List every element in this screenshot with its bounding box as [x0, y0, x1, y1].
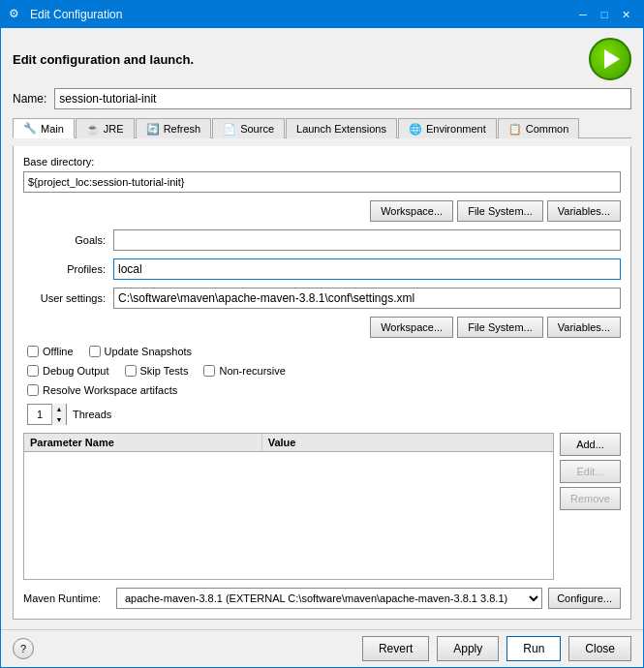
jre-tab-label: JRE	[104, 123, 124, 135]
launch-extensions-tab-label: Launch Extensions	[296, 123, 386, 135]
name-label: Name:	[13, 92, 46, 106]
non-recursive-checkbox[interactable]	[203, 365, 215, 377]
checkboxes-row-2: Debug Output Skip Tests Non-recursive	[23, 365, 621, 377]
debug-output-checkbox-item: Debug Output	[27, 365, 109, 377]
refresh-tab-icon: 🔄	[146, 123, 160, 136]
base-dir-input[interactable]	[23, 171, 621, 193]
debug-output-checkbox[interactable]	[27, 365, 39, 377]
workspace-button-2[interactable]: Workspace...	[370, 317, 453, 338]
header-row: Edit configuration and launch.	[13, 38, 631, 80]
maximize-button[interactable]: □	[595, 5, 614, 24]
title-bar-controls: ─ □ ✕	[573, 5, 635, 24]
header-title: Edit configuration and launch.	[13, 52, 194, 67]
non-recursive-label: Non-recursive	[219, 365, 285, 377]
user-settings-buttons: Workspace... File System... Variables...	[23, 317, 621, 338]
maven-runtime-label: Maven Runtime:	[23, 592, 110, 604]
main-panel: Base directory: Workspace... File System…	[13, 146, 631, 620]
variables-button-2[interactable]: Variables...	[547, 317, 621, 338]
workspace-button-1[interactable]: Workspace...	[370, 200, 453, 222]
name-input[interactable]	[54, 88, 631, 109]
filesystem-button-1[interactable]: File System...	[457, 200, 543, 222]
table-side-buttons: Add... Edit... Remove	[560, 433, 621, 580]
run-button[interactable]: Run	[506, 636, 561, 661]
common-tab-label: Common	[526, 123, 569, 135]
variables-button-1[interactable]: Variables...	[547, 200, 621, 222]
offline-label: Offline	[43, 346, 74, 357]
environment-tab-label: Environment	[426, 123, 486, 135]
parameter-table: Parameter Name Value	[23, 433, 554, 580]
table-header: Parameter Name Value	[24, 434, 553, 452]
debug-output-label: Debug Output	[43, 365, 109, 377]
skip-tests-checkbox[interactable]	[125, 365, 137, 377]
param-value-header: Value	[262, 434, 553, 451]
update-snapshots-label: Update Snapshots	[105, 346, 193, 357]
profiles-input[interactable]	[113, 258, 621, 280]
base-dir-label: Base directory:	[23, 156, 621, 167]
spinner-down-arrow[interactable]: ▼	[52, 414, 66, 425]
source-tab-label: Source	[240, 123, 274, 135]
apply-button[interactable]: Apply	[437, 636, 499, 661]
minimize-button[interactable]: ─	[573, 5, 593, 24]
offline-checkbox[interactable]	[27, 346, 39, 357]
spinner-up-arrow[interactable]: ▲	[52, 404, 66, 414]
tab-refresh[interactable]: 🔄 Refresh	[136, 118, 212, 138]
bottom-bar: ? Revert Apply Run Close	[1, 629, 643, 667]
jre-tab-icon: ☕	[86, 123, 100, 136]
non-recursive-checkbox-item: Non-recursive	[203, 365, 285, 377]
tab-jre[interactable]: ☕ JRE	[76, 118, 135, 138]
base-dir-field: Base directory:	[23, 156, 621, 193]
goals-input[interactable]	[113, 229, 621, 251]
configure-button[interactable]: Configure...	[548, 588, 621, 609]
remove-button[interactable]: Remove	[560, 487, 621, 510]
user-settings-label: User settings:	[23, 292, 106, 304]
skip-tests-checkbox-item: Skip Tests	[125, 365, 189, 377]
window: ⚙ Edit Configuration ─ □ ✕ Edit configur…	[0, 0, 644, 668]
help-button[interactable]: ?	[13, 638, 34, 659]
spinner-arrows: ▲ ▼	[51, 404, 66, 425]
threads-spinner: ▲ ▼	[27, 404, 67, 425]
name-row: Name:	[13, 88, 631, 109]
table-area: Parameter Name Value Add... Edit... Remo…	[23, 433, 621, 580]
filesystem-button-2[interactable]: File System...	[457, 317, 543, 338]
refresh-tab-label: Refresh	[164, 123, 201, 135]
goals-label: Goals:	[23, 234, 106, 246]
revert-button[interactable]: Revert	[362, 636, 429, 661]
checkboxes-row-1: Offline Update Snapshots	[23, 346, 621, 357]
window-icon: ⚙	[9, 7, 24, 22]
tab-main[interactable]: 🔧 Main	[13, 118, 75, 138]
tab-environment[interactable]: 🌐 Environment	[398, 118, 497, 138]
user-settings-input[interactable]	[113, 288, 621, 309]
table-body[interactable]	[24, 452, 553, 579]
skip-tests-label: Skip Tests	[140, 365, 189, 377]
source-tab-icon: 📄	[223, 123, 236, 136]
play-icon	[604, 49, 620, 69]
maven-runtime-select[interactable]: apache-maven-3.8.1 (EXTERNAL C:\software…	[116, 588, 542, 609]
environment-tab-icon: 🌐	[409, 123, 422, 136]
base-dir-buttons: Workspace... File System... Variables...	[23, 200, 621, 222]
tab-source[interactable]: 📄 Source	[212, 118, 285, 138]
resolve-workspace-checkbox[interactable]	[27, 384, 39, 396]
profiles-row: Profiles:	[23, 258, 621, 280]
resolve-workspace-label: Resolve Workspace artifacts	[43, 384, 177, 396]
tab-bar: 🔧 Main ☕ JRE 🔄 Refresh 📄 Source Launch E…	[13, 117, 631, 138]
title-bar: ⚙ Edit Configuration ─ □ ✕	[1, 1, 643, 28]
run-header-button[interactable]	[589, 38, 631, 80]
close-button[interactable]: ✕	[616, 5, 635, 24]
close-button-bottom[interactable]: Close	[568, 636, 631, 661]
update-snapshots-checkbox-item: Update Snapshots	[89, 346, 193, 357]
param-name-header: Parameter Name	[24, 434, 262, 451]
threads-input[interactable]	[28, 405, 51, 424]
user-settings-row: User settings:	[23, 288, 621, 309]
common-tab-icon: 📋	[508, 123, 522, 136]
window-title: Edit Configuration	[30, 8, 567, 21]
main-tab-icon: 🔧	[23, 122, 37, 135]
add-button[interactable]: Add...	[560, 433, 621, 456]
edit-button[interactable]: Edit...	[560, 460, 621, 483]
goals-row: Goals:	[23, 229, 621, 251]
update-snapshots-checkbox[interactable]	[89, 346, 101, 357]
maven-runtime-row: Maven Runtime: apache-maven-3.8.1 (EXTER…	[23, 588, 621, 609]
resolve-workspace-row: Resolve Workspace artifacts	[23, 384, 621, 396]
offline-checkbox-item: Offline	[27, 346, 74, 357]
tab-launch-extensions[interactable]: Launch Extensions	[286, 118, 397, 138]
tab-common[interactable]: 📋 Common	[498, 118, 580, 138]
